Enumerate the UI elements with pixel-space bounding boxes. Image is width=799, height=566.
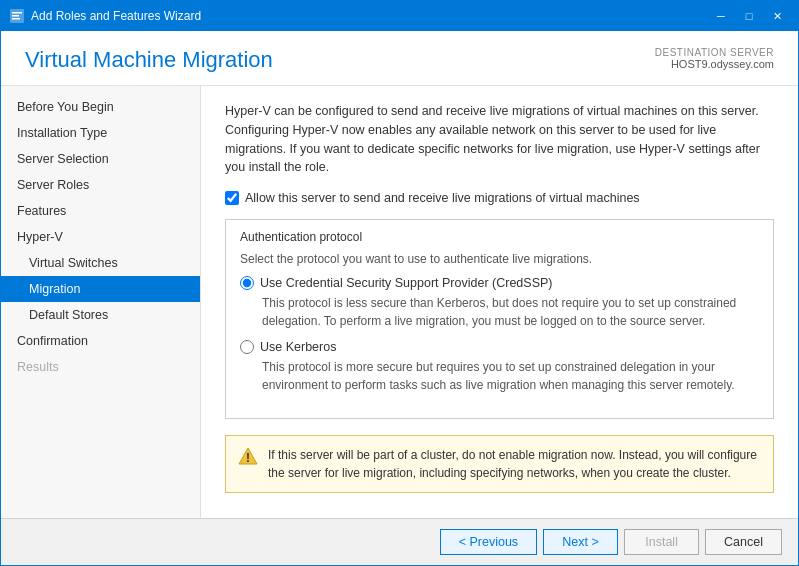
authentication-group: Authentication protocol Select the proto… <box>225 219 774 419</box>
warning-icon: ! <box>238 446 258 466</box>
page-header: Virtual Machine Migration DESTINATION SE… <box>1 31 798 86</box>
warning-box: ! If this server will be part of a clust… <box>225 435 774 493</box>
title-bar-controls: ─ □ ✕ <box>708 6 790 26</box>
main-content: Hyper-V can be configured to send and re… <box>201 86 798 518</box>
allow-migration-checkbox[interactable] <box>225 191 239 205</box>
main-window: Add Roles and Features Wizard ─ □ ✕ Virt… <box>0 0 799 566</box>
close-button[interactable]: ✕ <box>764 6 790 26</box>
sidebar-item-server-selection[interactable]: Server Selection <box>1 146 200 172</box>
credssp-radio[interactable] <box>240 276 254 290</box>
svg-rect-3 <box>12 18 20 20</box>
auth-group-legend: Authentication protocol <box>240 230 759 244</box>
allow-migration-label[interactable]: Allow this server to send and receive li… <box>245 191 640 205</box>
svg-rect-2 <box>12 15 19 17</box>
sidebar-item-features[interactable]: Features <box>1 198 200 224</box>
kerberos-radio-row: Use Kerberos <box>240 340 759 354</box>
title-bar-title: Add Roles and Features Wizard <box>31 9 201 23</box>
kerberos-radio[interactable] <box>240 340 254 354</box>
sidebar-item-migration[interactable]: Migration <box>1 276 200 302</box>
cancel-button[interactable]: Cancel <box>705 529 782 555</box>
title-bar: Add Roles and Features Wizard ─ □ ✕ <box>1 1 798 31</box>
content-area: Virtual Machine Migration DESTINATION SE… <box>1 31 798 565</box>
sidebar-item-installation-type[interactable]: Installation Type <box>1 120 200 146</box>
allow-migration-row: Allow this server to send and receive li… <box>225 191 774 205</box>
sidebar: Before You Begin Installation Type Serve… <box>1 86 201 518</box>
sidebar-item-results[interactable]: Results <box>1 354 200 380</box>
credssp-label[interactable]: Use Credential Security Support Provider… <box>260 276 552 290</box>
sidebar-item-before-you-begin[interactable]: Before You Begin <box>1 94 200 120</box>
auth-description: Select the protocol you want to use to a… <box>240 252 759 266</box>
sidebar-item-confirmation[interactable]: Confirmation <box>1 328 200 354</box>
minimize-button[interactable]: ─ <box>708 6 734 26</box>
install-button[interactable]: Install <box>624 529 699 555</box>
destination-label: DESTINATION SERVER <box>655 47 774 58</box>
kerberos-option: Use Kerberos This protocol is more secur… <box>240 340 759 394</box>
svg-text:!: ! <box>246 451 250 465</box>
destination-server-name: HOST9.odyssey.com <box>655 58 774 70</box>
title-bar-left: Add Roles and Features Wizard <box>9 8 201 24</box>
wizard-icon <box>9 8 25 24</box>
warning-text: If this server will be part of a cluster… <box>268 446 761 482</box>
sidebar-item-virtual-switches[interactable]: Virtual Switches <box>1 250 200 276</box>
credssp-radio-row: Use Credential Security Support Provider… <box>240 276 759 290</box>
destination-server-info: DESTINATION SERVER HOST9.odyssey.com <box>655 47 774 70</box>
kerberos-label[interactable]: Use Kerberos <box>260 340 336 354</box>
sidebar-item-hyper-v[interactable]: Hyper-V <box>1 224 200 250</box>
sidebar-item-default-stores[interactable]: Default Stores <box>1 302 200 328</box>
main-body: Before You Begin Installation Type Serve… <box>1 86 798 518</box>
footer: < Previous Next > Install Cancel <box>1 518 798 565</box>
kerberos-description: This protocol is more secure but require… <box>240 358 759 394</box>
credssp-option: Use Credential Security Support Provider… <box>240 276 759 330</box>
page-title: Virtual Machine Migration <box>25 47 273 73</box>
previous-button[interactable]: < Previous <box>440 529 537 555</box>
maximize-button[interactable]: □ <box>736 6 762 26</box>
credssp-description: This protocol is less secure than Kerber… <box>240 294 759 330</box>
svg-rect-1 <box>12 12 22 14</box>
description-paragraph: Hyper-V can be configured to send and re… <box>225 102 774 177</box>
sidebar-item-server-roles[interactable]: Server Roles <box>1 172 200 198</box>
next-button[interactable]: Next > <box>543 529 618 555</box>
